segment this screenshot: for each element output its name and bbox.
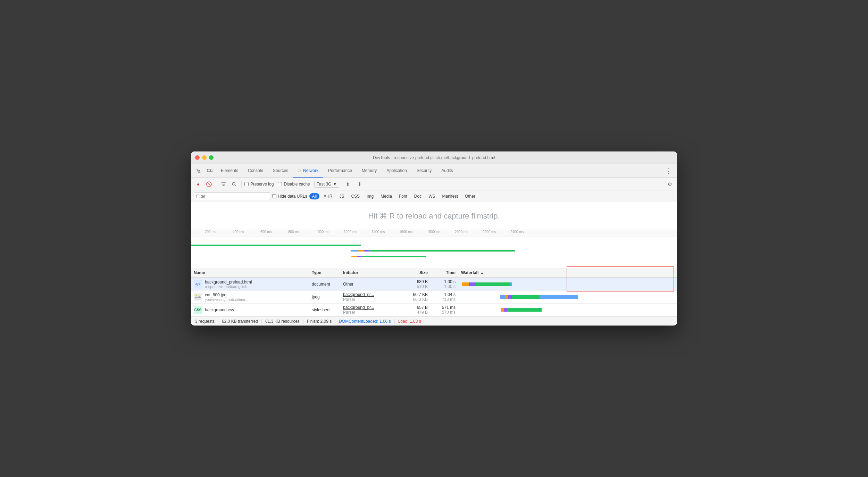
td-name-3: CSS background.css [191, 304, 309, 316]
initiator-link-3[interactable]: background_pr... [343, 305, 374, 310]
td-type-2: jpeg [309, 291, 340, 303]
search-button[interactable] [229, 180, 239, 189]
wf-seg-ttfb-3 [507, 308, 542, 312]
svg-point-5 [196, 295, 197, 296]
tab-memory[interactable]: Memory [357, 164, 382, 178]
tab-audits[interactable]: Audits [436, 164, 458, 178]
maximize-button[interactable] [209, 155, 214, 160]
tab-security[interactable]: Security [412, 164, 436, 178]
filmstrip-hint: Hit ⌘ R to reload and capture filmstrip. [191, 202, 677, 230]
tab-performance[interactable]: Performance [323, 164, 357, 178]
filter-chip-doc[interactable]: Doc [411, 193, 424, 199]
filmstrip-hint-text: Hit ⌘ R to reload and capture filmstrip. [368, 212, 500, 221]
td-initiator-3: background_pr... Parser [340, 304, 396, 316]
filter-chip-js[interactable]: JS [336, 193, 347, 199]
file-icon-css: CSS [194, 306, 202, 314]
filename-2: cat_800.jpg [205, 293, 248, 297]
upload-button[interactable]: ⬆ [343, 180, 352, 189]
filter-chip-media[interactable]: Media [378, 193, 395, 199]
separator-1 [216, 181, 216, 188]
th-size[interactable]: Size [396, 268, 431, 277]
filter-chip-ws[interactable]: WS [426, 193, 438, 199]
tick-2400ms: 2400 ms [510, 230, 524, 234]
devtools-window: DevTools - responsive-preload.glitch.me/… [191, 151, 677, 326]
device-toggle-icon[interactable] [205, 166, 215, 176]
status-requests: 3 requests [195, 319, 218, 324]
status-bar: 3 requests 62.0 KB transferred 61.3 KB r… [191, 316, 677, 326]
tab-elements[interactable]: Elements [216, 164, 243, 178]
wf-seg-download-2 [540, 295, 578, 299]
dom-content-loaded-line [344, 237, 344, 268]
tick-2200ms: 2200 ms [483, 230, 496, 234]
th-type[interactable]: Type [309, 268, 340, 277]
hide-data-urls-label[interactable]: Hide data URLs [272, 194, 307, 199]
preserve-log-label[interactable]: Preserve log [244, 182, 274, 187]
svg-rect-4 [194, 294, 201, 300]
inspect-icon[interactable] [194, 166, 203, 176]
filter-chip-manifest[interactable]: Manifest [440, 193, 461, 199]
more-tabs-button[interactable]: ⋮ [662, 167, 674, 175]
tick-1000ms: 1000 ms [316, 230, 329, 234]
filter-chip-css[interactable]: CSS [348, 193, 362, 199]
close-button[interactable] [195, 155, 200, 160]
tick-1600ms: 1600 ms [399, 230, 412, 234]
status-resources: 61.3 KB resources [262, 319, 303, 324]
timeline-bar-green-3 [362, 256, 426, 257]
settings-button[interactable]: ⚙ [665, 180, 674, 189]
separator-2 [241, 181, 242, 188]
tab-console[interactable]: Console [243, 164, 268, 178]
filter-input[interactable] [194, 192, 270, 200]
filter-chip-all[interactable]: All [309, 193, 319, 199]
tick-2000ms: 2000 ms [455, 230, 468, 234]
record-button[interactable]: ● [194, 180, 203, 189]
filter-button[interactable] [219, 180, 228, 189]
td-time-1: 1.00 s 1.00 s [431, 278, 458, 290]
timeline-bar-green-main [191, 245, 361, 246]
filter-chip-font[interactable]: Font [396, 193, 410, 199]
wf-seg-dns-1 [462, 282, 469, 286]
disable-cache-label[interactable]: Disable cache [278, 182, 310, 187]
table-row[interactable]: </> background_preload.html responsive-p… [191, 278, 677, 291]
network-toolbar: ● 🚫 Preserve log Disable cache Fast 3G ▼… [191, 178, 677, 190]
hide-data-urls-checkbox[interactable] [272, 194, 276, 198]
td-name-1: </> background_preload.html responsive-p… [191, 278, 309, 290]
td-size-3: 657 B 479 B [396, 304, 431, 316]
warning-icon: ⚠ [298, 168, 302, 173]
titlebar: DevTools - responsive-preload.glitch.me/… [191, 151, 677, 164]
download-button[interactable]: ⬇ [355, 180, 364, 189]
th-time[interactable]: Time [431, 268, 458, 277]
th-waterfall[interactable]: Waterfall ▲ [458, 268, 677, 277]
window-title: DevTools - responsive-preload.glitch.me/… [373, 155, 495, 160]
tab-network[interactable]: ⚠ Network [293, 164, 323, 178]
td-size-1: 689 B 510 B [396, 278, 431, 290]
tab-list: Elements Console Sources ⚠ Network Perfo… [216, 164, 662, 178]
filter-chip-other[interactable]: Other [462, 193, 478, 199]
th-initiator[interactable]: Initiator [340, 268, 396, 277]
timeline-ruler: 200 ms 400 ms 600 ms 800 ms 1000 ms 1200… [191, 230, 677, 237]
clear-button[interactable]: 🚫 [204, 180, 213, 189]
devtools-tab-bar: Elements Console Sources ⚠ Network Perfo… [191, 164, 677, 178]
preserve-log-checkbox[interactable] [244, 182, 249, 186]
timeline-bars [191, 237, 677, 268]
settings-icon[interactable]: ⚙ [665, 180, 674, 189]
filter-chip-xhr[interactable]: XHR [321, 193, 335, 199]
status-finish: Finish: 2.09 s [303, 319, 335, 324]
td-type-3: stylesheet [309, 304, 340, 316]
throttle-select[interactable]: Fast 3G ▼ [314, 181, 340, 188]
minimize-button[interactable] [202, 155, 207, 160]
tab-sources[interactable]: Sources [268, 164, 293, 178]
initiator-link-2[interactable]: background_pr... [343, 292, 374, 297]
td-time-3: 571 ms 570 ms [431, 304, 458, 316]
th-name[interactable]: Name [191, 268, 309, 277]
td-waterfall-3 [458, 304, 677, 316]
tick-1200ms: 1200 ms [344, 230, 357, 234]
disable-cache-checkbox[interactable] [278, 182, 282, 186]
file-icon-html: </> [194, 280, 202, 288]
wf-seg-dns-3 [501, 308, 504, 312]
table-row[interactable]: cat_800.jpg yoavweiss.github.io/ima... j… [191, 291, 677, 304]
table-row[interactable]: CSS background.css stylesheet background… [191, 304, 677, 316]
filename-3: background.css [205, 307, 234, 312]
tab-application[interactable]: Application [382, 164, 412, 178]
filter-chip-img[interactable]: Img [364, 193, 376, 199]
wf-seg-ssl-1 [469, 282, 476, 286]
